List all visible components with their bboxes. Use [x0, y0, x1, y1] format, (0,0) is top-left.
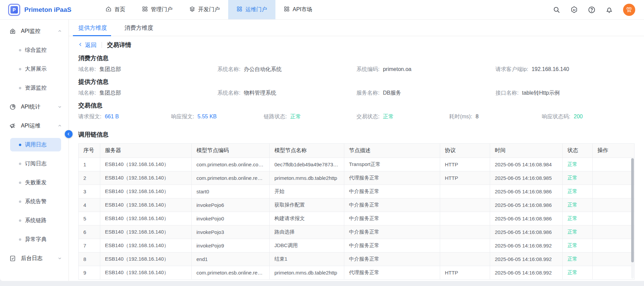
sidebar-group-api-ops[interactable]: API运维 — [0, 119, 69, 133]
chevron-left-icon — [67, 131, 71, 137]
field-label: 域名称: — [78, 66, 96, 72]
nav-item-admin-portal[interactable]: 管理门户 — [134, 0, 181, 19]
cell-action — [593, 198, 635, 212]
field-label: 域名称: — [78, 90, 96, 96]
field-value: 集团总部 — [99, 66, 121, 72]
field-label: 请求客户端ip: — [495, 66, 528, 72]
sidebar-item-system-link[interactable]: 系统链路 — [10, 214, 61, 227]
field-domain-name: 域名称:集团总部 — [78, 90, 217, 97]
avatar[interactable]: 管 — [623, 4, 635, 16]
cell-desc: 代理服务正常 — [344, 171, 440, 185]
tab-consumer-dimension[interactable]: 消费方维度 — [125, 20, 153, 36]
cell-time: 2025-06-05 14:16:08.984 — [490, 158, 563, 171]
column-header-action: 操作 — [593, 144, 635, 158]
svg-text:AI: AI — [573, 8, 575, 11]
status-badge: 200 — [574, 114, 583, 119]
cell-action — [593, 225, 635, 239]
cell-no: 3 — [79, 185, 100, 198]
sidebar-item-resource-monitor[interactable]: 资源监控 — [10, 81, 61, 95]
sidebar-item-composite-monitor[interactable]: 综合监控 — [10, 43, 61, 57]
nav-item-home[interactable]: 首页 — [97, 0, 134, 19]
bullet-icon — [19, 68, 21, 70]
help-icon[interactable] — [588, 6, 595, 14]
cell-no: 2 — [79, 171, 100, 185]
cell-status: 正常 — [563, 171, 593, 185]
cell-protocol — [440, 239, 490, 253]
cell-protocol: HTTP — [440, 266, 490, 280]
bullet-icon — [19, 238, 21, 241]
cell-time: 2025-06-05 14:16:08.985 — [490, 171, 563, 185]
sidebar-group-api-monitor[interactable]: API监控 — [0, 24, 69, 38]
sidebar-item-big-screen[interactable]: 大屏展示 — [10, 62, 61, 76]
search-icon[interactable] — [553, 6, 560, 14]
ai-assistant-icon[interactable]: AI — [570, 6, 578, 14]
cell-server: ESB140（192.168.16.140） — [100, 253, 192, 266]
request-message-link[interactable]: 661 B — [105, 114, 119, 119]
field-label: 响应状态码: — [542, 114, 570, 119]
cell-protocol — [440, 253, 490, 266]
nav-item-api-market[interactable]: API市场 — [275, 0, 321, 19]
sidebar-item-call-log[interactable]: 调用日志 — [10, 138, 61, 151]
cell-status: 正常 — [563, 158, 593, 171]
dimension-tabs: 提供方维度 消费方维度 — [69, 20, 644, 36]
tab-provider-dimension[interactable]: 提供方维度 — [78, 20, 107, 36]
cell-time: 2025-06-05 14:16:08.986 — [490, 198, 563, 212]
table-row: 3ESB140（192.168.16.140）start0开始中介服务正常202… — [79, 185, 635, 198]
sidebar-group-label: API监控 — [21, 28, 41, 35]
sidebar-item-subscription-log[interactable]: 订阅日志 — [10, 157, 61, 170]
cell-code: com.primeton.esb.online.com... — [192, 158, 270, 171]
field-request-message: 请求报文:661 B — [78, 113, 171, 120]
call-chain-table: 序号 服务器 模型节点编码 模型节点名称 节点描述 协议 时间 状态 操作 1E… — [78, 143, 635, 280]
cell-name: primeton.mms.db.table2http — [270, 171, 344, 185]
cell-server: ESB140（192.168.16.140） — [100, 185, 192, 198]
cell-time: 2025-06-05 14:16:08.992 — [490, 266, 563, 280]
status-badge: 正常 — [290, 114, 301, 119]
cell-code: invokePojo6 — [192, 198, 270, 212]
sidebar-group-label: 后台日志 — [21, 255, 43, 262]
scrollbar-thumb[interactable] — [631, 158, 634, 262]
document-icon — [9, 255, 16, 262]
back-button[interactable]: 返回 — [78, 41, 97, 49]
sidebar-item-failure-resend[interactable]: 失败重发 — [10, 176, 61, 189]
field-system-name: 系统名称:物料管理系统 — [217, 90, 356, 97]
column-header-no: 序号 — [79, 144, 100, 158]
sidebar-collapse-button[interactable] — [65, 130, 73, 138]
chevron-up-icon — [58, 124, 62, 128]
cell-protocol: HTTP — [440, 171, 490, 185]
sidebar-group-backend-log[interactable]: 后台日志 — [0, 252, 69, 265]
main-nav: 首页 管理门户 开发门户 运维门户 API市场 — [97, 0, 321, 19]
app-title: Primeton iPaaS — [24, 6, 71, 14]
response-message-link[interactable]: 5.55 KB — [197, 114, 217, 119]
app-logo: P Primeton iPaaS — [0, 0, 97, 19]
cell-name: 开始 — [270, 185, 344, 198]
pie-chart-icon — [9, 104, 16, 110]
nav-item-label: API市场 — [293, 6, 312, 13]
field-elapsed-ms: 耗时(ms):8 — [449, 113, 542, 120]
cell-time: 2025-06-05 14:16:08.992 — [490, 239, 563, 253]
nav-item-ops-portal[interactable]: 运维门户 — [228, 0, 275, 19]
back-icon — [78, 42, 83, 48]
nav-item-label: 开发门户 — [198, 6, 220, 13]
sidebar-item-label: 综合监控 — [25, 47, 47, 54]
field-system-name: 系统名称:办公自动化系统 — [217, 66, 356, 73]
sidebar-group-label: API运维 — [21, 122, 41, 129]
sidebar-item-system-alert[interactable]: 系统告警 — [10, 195, 61, 208]
nav-item-label: 管理门户 — [151, 6, 172, 13]
field-domain-name: 域名称:集团总部 — [78, 66, 217, 73]
table-scrollbar[interactable] — [631, 158, 634, 279]
sidebar-group-api-statistics[interactable]: API统计 — [0, 100, 69, 114]
status-badge: 正常 — [383, 114, 394, 119]
cell-no: 4 — [79, 198, 100, 212]
nav-item-dev-portal[interactable]: 开发门户 — [181, 0, 228, 19]
cell-code: com.primeton.esb.online.resta... — [192, 171, 270, 185]
cell-protocol — [440, 185, 490, 198]
table-row: 4ESB140（192.168.16.140）invokePojo6获取操作配置… — [79, 198, 635, 212]
column-header-status: 状态 — [563, 144, 593, 158]
cell-protocol: HTTP — [440, 158, 490, 171]
cell-server: ESB140（192.168.16.140） — [100, 158, 192, 171]
sidebar-item-exception-dictionary[interactable]: 异常字典 — [10, 233, 61, 246]
grid-icon — [142, 6, 148, 13]
cell-server: ESB140（192.168.16.140） — [100, 171, 192, 185]
logo-letter: P — [10, 6, 18, 14]
notification-bell-icon[interactable] — [606, 6, 613, 14]
